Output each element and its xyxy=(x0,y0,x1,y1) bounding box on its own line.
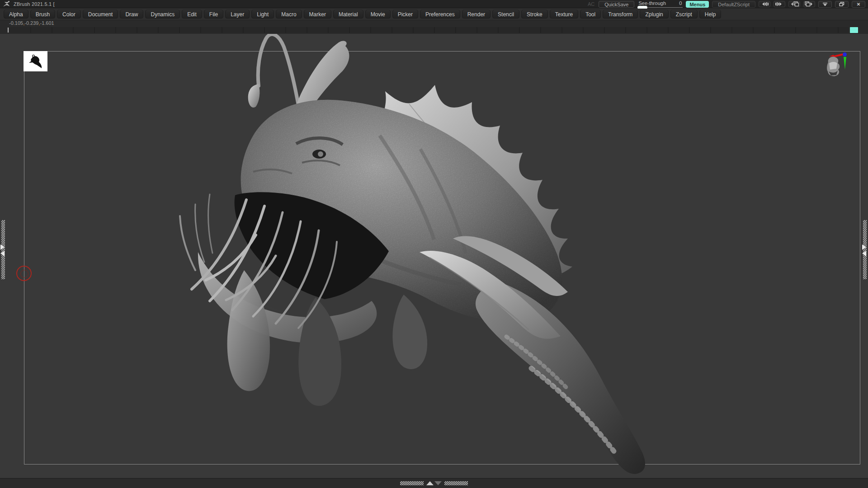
menu-dynamics[interactable]: Dynamics xyxy=(145,10,180,19)
menu-marker[interactable]: Marker xyxy=(304,10,331,19)
next-frames-icon[interactable] xyxy=(774,1,785,7)
bottom-tray xyxy=(0,478,868,488)
sculpt-creature-anglerfish[interactable] xyxy=(167,34,665,478)
menu-bar: Alpha Brush Color Document Draw Dynamics… xyxy=(0,9,868,20)
prev-frames-icon[interactable] xyxy=(759,1,770,7)
camera-head-gizmo[interactable] xyxy=(823,50,859,81)
default-zscript-button[interactable]: DefaultZScript xyxy=(712,1,755,8)
shelf-active-swatch[interactable] xyxy=(850,27,858,33)
menu-zplugin[interactable]: Zplugin xyxy=(640,10,668,19)
menu-zscript[interactable]: Zscript xyxy=(670,10,698,19)
menu-brush[interactable]: Brush xyxy=(30,10,55,19)
menu-transform[interactable]: Transform xyxy=(603,10,638,19)
see-through-label: See-through xyxy=(638,0,666,6)
coord-x: -0.105 xyxy=(9,20,23,26)
quicksave-button[interactable]: QuickSave xyxy=(599,1,634,8)
restore-icon[interactable] xyxy=(835,1,849,8)
ac-indicator: AC xyxy=(588,1,594,7)
axis-z-dot xyxy=(843,52,847,56)
menu-stencil[interactable]: Stencil xyxy=(492,10,519,19)
prev-document-icon[interactable] xyxy=(788,1,800,7)
coord-y: -0.239 xyxy=(24,20,38,26)
zbrush-logo-icon xyxy=(2,0,11,8)
cursor-coordinates: -0.105,-0.239,-1.601 xyxy=(9,20,54,26)
axis-x-arrow xyxy=(834,53,844,57)
left-tray-expand-arrows[interactable] xyxy=(0,244,5,256)
bottom-scrollbar-left[interactable] xyxy=(400,481,424,485)
see-through-value: 0 xyxy=(679,0,682,6)
tray-up-arrow-icon[interactable] xyxy=(426,481,434,485)
menu-help[interactable]: Help xyxy=(699,10,722,19)
menu-render[interactable]: Render xyxy=(462,10,491,19)
see-through-slider[interactable]: See-through 0 xyxy=(637,0,683,8)
menu-light[interactable]: Light xyxy=(251,10,274,19)
canvas-thumbnail[interactable] xyxy=(24,51,47,71)
title-bar: ZBrush 2021.5.1 [ AC QuickSave See-throu… xyxy=(0,0,868,8)
right-tray-expand-arrows[interactable] xyxy=(862,244,867,256)
tray-down-arrow-icon[interactable] xyxy=(434,481,442,485)
status-row: -0.105,-0.239,-1.601 xyxy=(0,20,868,26)
menus-toggle-button[interactable]: Menus xyxy=(686,1,709,8)
menu-document[interactable]: Document xyxy=(83,10,118,19)
axis-y-arrow xyxy=(844,57,846,70)
minimize-icon[interactable] xyxy=(818,1,832,8)
menu-layer[interactable]: Layer xyxy=(225,10,250,19)
bottom-scrollbar-right[interactable] xyxy=(444,481,468,485)
menu-tool[interactable]: Tool xyxy=(580,10,601,19)
menu-alpha[interactable]: Alpha xyxy=(4,10,28,19)
brush-cursor xyxy=(16,266,32,281)
menu-material[interactable]: Material xyxy=(333,10,363,19)
shelf-slots[interactable] xyxy=(10,27,849,33)
menu-edit[interactable]: Edit xyxy=(182,10,202,19)
next-document-icon[interactable] xyxy=(803,1,815,7)
camera-head-icon xyxy=(827,57,840,76)
menu-draw[interactable]: Draw xyxy=(120,10,143,19)
close-icon[interactable]: ✕ xyxy=(852,1,865,8)
shelf-cursor-tick xyxy=(8,28,9,33)
menu-file[interactable]: File xyxy=(204,10,223,19)
window-title: ZBrush 2021.5.1 [ xyxy=(14,1,55,7)
menu-stroke[interactable]: Stroke xyxy=(521,10,548,19)
menu-macro[interactable]: Macro xyxy=(276,10,302,19)
menu-texture[interactable]: Texture xyxy=(550,10,578,19)
zbrush-window: ZBrush 2021.5.1 [ AC QuickSave See-throu… xyxy=(0,0,868,488)
bottom-tray-arrows[interactable] xyxy=(426,481,442,485)
menu-color[interactable]: Color xyxy=(57,10,81,19)
menu-picker[interactable]: Picker xyxy=(392,10,418,19)
menu-preferences[interactable]: Preferences xyxy=(420,10,460,19)
sculpt-viewport[interactable] xyxy=(0,34,868,478)
coord-z: -1.601 xyxy=(40,20,54,26)
menu-movie[interactable]: Movie xyxy=(365,10,391,19)
top-shelf xyxy=(0,26,868,34)
